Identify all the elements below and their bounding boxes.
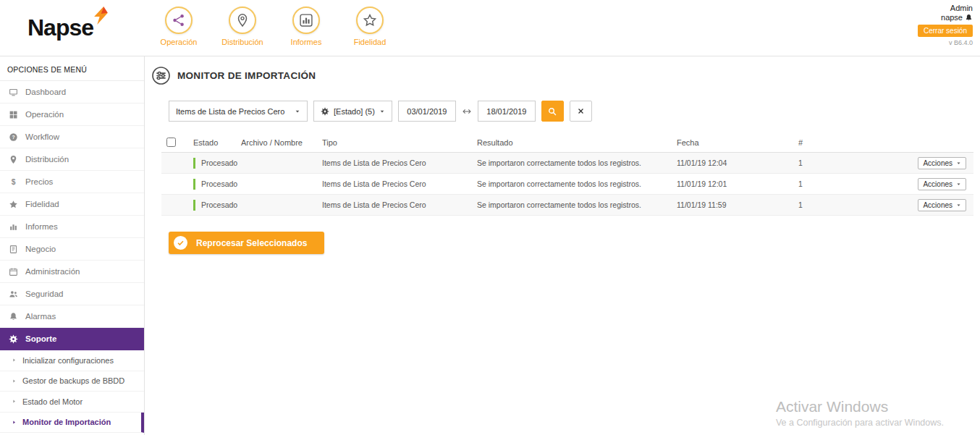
pin-icon <box>9 155 18 164</box>
nodes-icon <box>172 13 186 28</box>
watermark-title: Activar Windows <box>776 398 944 415</box>
chevron-right-icon <box>12 399 17 404</box>
sidebar-sub-item[interactable]: Monitor de Importación <box>0 413 144 434</box>
sidebar-item-label: Dashboard <box>25 88 66 96</box>
book-icon <box>9 245 18 254</box>
sidebar-sub-item[interactable]: Estado del Motor <box>0 392 144 413</box>
main-content: MONITOR DE IMPORTACIÓN Items de Lista de… <box>145 56 980 435</box>
brand-logo[interactable]: Napse <box>0 0 148 56</box>
sidebar-item[interactable]: Seguridad <box>0 283 144 305</box>
sidebar-item[interactable]: Negocio <box>0 238 144 261</box>
clear-filter-button[interactable] <box>570 101 592 122</box>
sidebar-item-label: Workflow <box>25 132 59 141</box>
module-item[interactable]: Distribución <box>219 7 266 56</box>
table-row[interactable]: Procesado Items de Lista de Precios Cero… <box>161 153 973 174</box>
cell-tipo: Items de Lista de Precios Cero <box>322 200 477 209</box>
caret-down-icon <box>295 109 300 114</box>
page-title-row: MONITOR DE IMPORTACIÓN <box>151 66 980 85</box>
cell-resultado: Se importaron correctamente todos los re… <box>477 200 677 209</box>
sidebar-item-label: Distribución <box>25 155 69 164</box>
acciones-button[interactable]: Acciones <box>918 199 966 211</box>
table-row[interactable]: Procesado Items de Lista de Precios Cero… <box>161 174 973 195</box>
sidebar-item[interactable]: Administración <box>0 261 144 283</box>
sidebar-item-label: Negocio <box>25 245 56 253</box>
sidebar-sub-item[interactable]: Gestor de backups de BBDD <box>0 371 144 392</box>
sidebar-sub-item-label: Estado del Motor <box>22 397 83 406</box>
sidebar-title: OPCIONES DE MENÚ <box>0 56 144 81</box>
date-to-input[interactable] <box>478 101 536 122</box>
chevron-right-icon <box>12 358 17 363</box>
logout-button[interactable]: Cerrar sesión <box>918 25 973 37</box>
chevron-right-icon <box>12 379 17 384</box>
status-bar <box>193 179 195 190</box>
import-type-select-value: Items de Lista de Precios Cero <box>176 107 284 116</box>
version-label: v B6.4.0 <box>918 39 973 46</box>
module-item[interactable]: Fidelidad <box>347 7 393 56</box>
sidebar-menu: Dashboard Operación Workflow Distribució… <box>0 81 144 350</box>
check-icon <box>177 239 185 247</box>
module-nav: Operación Distribución Informes <box>156 0 393 56</box>
reprocess-button[interactable]: Reprocesar Seleccionados <box>169 232 324 254</box>
sidebar-item[interactable]: Precios <box>0 171 144 193</box>
dollar-icon <box>9 177 18 187</box>
account-name: napse <box>941 13 963 22</box>
module-item[interactable]: Informes <box>283 7 329 56</box>
sidebar-item[interactable]: Distribución <box>0 148 144 171</box>
sidebar-item[interactable]: Informes <box>0 216 144 238</box>
column-header-archivo: Archivo / Nombre <box>241 138 322 147</box>
sidebar-item-label: Precios <box>25 177 53 186</box>
sidebar-item[interactable]: Dashboard <box>0 81 144 104</box>
table-row[interactable]: Procesado Items de Lista de Precios Cero… <box>161 195 973 216</box>
sidebar-item-label: Alarmas <box>25 312 56 321</box>
cell-acciones: Acciones <box>914 199 973 211</box>
module-circle <box>229 7 256 34</box>
grid-icon <box>9 110 18 119</box>
header-checkbox-cell <box>161 138 193 148</box>
user-name: Admin <box>918 4 973 12</box>
cell-fecha: 11/01/19 11:59 <box>677 200 798 209</box>
estado-filter-button[interactable]: [Estado] (5) <box>313 101 392 122</box>
caret-down-icon <box>956 161 961 166</box>
cell-acciones: Acciones <box>914 157 973 169</box>
sidebar-item[interactable]: Fidelidad <box>0 193 144 216</box>
select-all-checkbox[interactable] <box>166 138 176 147</box>
search-button[interactable] <box>541 101 564 122</box>
bell-icon <box>9 312 18 321</box>
sidebar-item-label: Administración <box>25 267 80 276</box>
sidebar-item[interactable]: Alarmas <box>0 305 144 328</box>
cell-num: 1 <box>798 159 914 167</box>
import-type-select[interactable]: Items de Lista de Precios Cero <box>169 101 308 122</box>
watermark-subtitle: Ve a Configuración para activar Windows. <box>776 418 944 428</box>
cell-tipo: Items de Lista de Precios Cero <box>322 159 477 167</box>
top-header: Napse Operación Distribución <box>0 0 980 56</box>
sidebar-item[interactable]: Workflow <box>0 126 144 148</box>
column-header-resultado: Resultado <box>477 138 677 147</box>
bell-icon[interactable] <box>965 14 973 22</box>
windows-activation-watermark: Activar Windows Ve a Configuración para … <box>776 398 944 428</box>
pin-outline-icon <box>235 13 250 28</box>
module-item[interactable]: Operación <box>156 7 202 56</box>
cell-resultado: Se importaron correctamente todos los re… <box>477 180 677 188</box>
sidebar-sub-item[interactable]: Inicializar configuraciones <box>0 350 144 371</box>
acciones-button[interactable]: Acciones <box>918 157 966 169</box>
caret-down-icon <box>956 203 961 208</box>
cell-estado: Procesado <box>193 179 241 190</box>
sidebar-item-label: Informes <box>25 222 58 231</box>
module-label: Fidelidad <box>354 38 386 46</box>
cell-estado: Procesado <box>193 200 241 211</box>
users-icon <box>9 290 18 299</box>
status-label: Procesado <box>201 159 237 167</box>
sidebar-item[interactable]: Operación <box>0 104 144 126</box>
date-from-input[interactable] <box>398 101 456 122</box>
chevron-right-icon <box>12 420 17 425</box>
sidebar-item[interactable]: Soporte <box>0 328 144 350</box>
user-panel: Admin napse Cerrar sesión v B6.4.0 <box>918 0 980 56</box>
check-circle <box>174 236 187 250</box>
cell-estado: Procesado <box>193 158 241 169</box>
question-icon <box>9 132 18 142</box>
column-header-fecha: Fecha <box>677 138 798 147</box>
module-label: Distribución <box>221 38 263 46</box>
module-circle <box>165 7 193 34</box>
acciones-button[interactable]: Acciones <box>918 178 966 190</box>
table-body: Procesado Items de Lista de Precios Cero… <box>161 153 973 216</box>
